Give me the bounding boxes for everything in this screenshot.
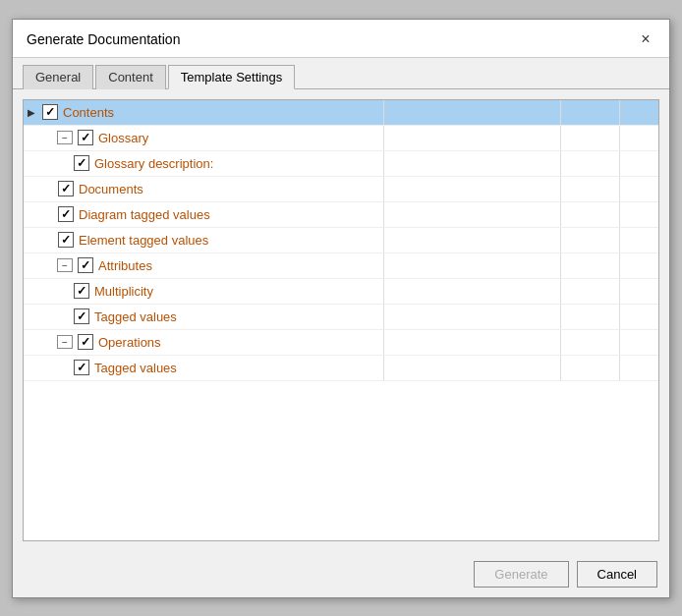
tree-row[interactable]: ✓ Diagram tagged values (24, 202, 658, 228)
col3 (619, 356, 658, 380)
tab-template-settings[interactable]: Template Settings (168, 65, 295, 89)
col2 (560, 330, 619, 355)
checkbox-glossary-desc[interactable]: ✓ (74, 155, 89, 171)
dialog-title: Generate Documentation (27, 31, 180, 47)
col3 (619, 126, 658, 150)
col2 (560, 202, 619, 227)
checkbox-glossary[interactable]: ✓ (78, 130, 93, 145)
col1 (383, 330, 560, 355)
col1 (383, 279, 560, 304)
checkbox-multiplicity[interactable]: ✓ (74, 283, 89, 299)
col1 (383, 177, 560, 201)
col3 (619, 202, 658, 227)
close-button[interactable]: × (636, 29, 655, 49)
collapse-glossary[interactable]: − (57, 131, 73, 144)
dialog: Generate Documentation × General Content… (12, 19, 670, 598)
checkbox-ops-tagged[interactable]: ✓ (74, 360, 89, 375)
col1 (383, 151, 560, 176)
col2 (560, 177, 619, 201)
tree-container[interactable]: ▶ ✓ Contents − ✓ Glossary (23, 99, 659, 541)
tree-row[interactable]: ✓ Tagged values (24, 356, 658, 381)
tree-row[interactable]: − ✓ Glossary (24, 126, 658, 151)
row-label-contents: Contents (61, 105, 383, 120)
col3 (619, 305, 658, 329)
row-label-attributes: Attributes (96, 258, 383, 273)
checkbox-attributes[interactable]: ✓ (78, 257, 93, 273)
col2 (560, 126, 619, 150)
col2 (560, 228, 619, 252)
col2 (560, 356, 619, 380)
content-area: ▶ ✓ Contents − ✓ Glossary (13, 89, 669, 551)
col3 (619, 151, 658, 176)
row-label-glossary: Glossary (96, 131, 383, 145)
row-label-operations: Operations (96, 335, 383, 350)
col3 (619, 330, 658, 355)
checkbox-element-tagged[interactable]: ✓ (58, 232, 74, 248)
tab-general[interactable]: General (23, 65, 93, 89)
col1 (383, 253, 560, 278)
title-bar: Generate Documentation × (13, 20, 669, 58)
checkbox-diagram-tagged[interactable]: ✓ (58, 206, 74, 222)
col1 (383, 202, 560, 227)
tab-content[interactable]: Content (95, 65, 166, 89)
row-label-attr-tagged: Tagged values (92, 309, 383, 324)
col2 (560, 151, 619, 176)
col3 (619, 253, 658, 278)
col2 (560, 253, 619, 278)
tree-row[interactable]: − ✓ Operations (24, 330, 658, 356)
row-label-ops-tagged: Tagged values (92, 361, 383, 375)
row-label-documents: Documents (77, 182, 383, 196)
col2 (560, 100, 619, 125)
col2 (560, 305, 619, 329)
tree-row[interactable]: ▶ ✓ Contents (24, 100, 658, 126)
tree-row[interactable]: ✓ Element tagged values (24, 228, 658, 253)
checkbox-operations[interactable]: ✓ (78, 334, 93, 350)
checkbox-attr-tagged[interactable]: ✓ (74, 308, 89, 324)
row-label-diagram-tagged: Diagram tagged values (77, 207, 383, 222)
tab-bar: General Content Template Settings (13, 58, 669, 89)
checkbox-documents[interactable]: ✓ (58, 181, 74, 196)
tree-row[interactable]: ✓ Multiplicity (24, 279, 658, 305)
col1 (383, 100, 560, 125)
checkbox-contents[interactable]: ✓ (42, 104, 58, 120)
collapse-attributes[interactable]: − (57, 258, 73, 272)
tree-row[interactable]: − ✓ Attributes (24, 253, 658, 279)
row-label-glossary-desc: Glossary description: (92, 156, 383, 171)
tree-row[interactable]: ✓ Tagged values (24, 305, 658, 330)
row-label-element-tagged: Element tagged values (77, 233, 383, 248)
col3 (619, 100, 658, 125)
row-arrow-icon: ▶ (24, 107, 39, 118)
col3 (619, 279, 658, 304)
col1 (383, 126, 560, 150)
cancel-button[interactable]: Cancel (577, 561, 657, 588)
footer: Generate Cancel (13, 551, 669, 597)
col1 (383, 305, 560, 329)
col2 (560, 279, 619, 304)
collapse-operations[interactable]: − (57, 335, 73, 349)
tree-row[interactable]: ✓ Glossary description: (24, 151, 658, 177)
row-label-multiplicity: Multiplicity (92, 284, 383, 299)
col1 (383, 228, 560, 252)
generate-button[interactable]: Generate (474, 561, 568, 588)
tree-row[interactable]: ✓ Documents (24, 177, 658, 202)
col3 (619, 228, 658, 252)
col3 (619, 177, 658, 201)
col1 (383, 356, 560, 380)
